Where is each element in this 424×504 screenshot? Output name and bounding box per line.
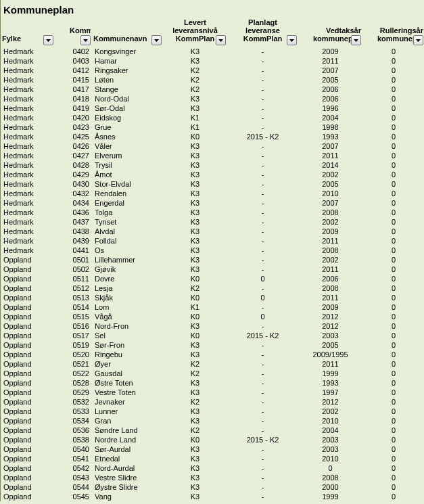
cell-vedtak: 2009/1995 — [298, 350, 362, 359]
cell-kommunenavn: Tolga — [92, 208, 163, 217]
cell-rull: 0 — [362, 293, 424, 302]
table-row: Oppland0544Øystre SlidreK3-20000 — [1, 482, 424, 492]
cell-vedtak: 2010 — [298, 189, 362, 198]
table-row: Oppland0540Sør-AurdalK3-20030 — [1, 444, 424, 454]
cell-rull: 0 — [362, 416, 424, 426]
cell-kommnr: 0522 — [55, 369, 92, 378]
cell-planlagt: - — [227, 47, 298, 56]
cell-fylke: Hedmark — [1, 75, 55, 85]
filter-button-planlagt[interactable] — [287, 35, 297, 45]
cell-vedtak: 2012 — [298, 397, 362, 407]
cell-kommunenavn: Våler — [92, 141, 163, 151]
cell-rull: 0 — [362, 340, 424, 350]
cell-kommunenavn: Rendalen — [92, 189, 163, 198]
cell-rull: 0 — [362, 350, 424, 359]
cell-fylke: Oppland — [1, 340, 55, 350]
cell-vedtak: 2012 — [298, 321, 362, 331]
cell-planlagt: - — [227, 426, 298, 435]
cell-planlagt: - — [227, 198, 298, 208]
cell-rull: 0 — [362, 189, 424, 198]
table-row: Hedmark0427ElverumK3-20110 — [1, 151, 424, 160]
cell-fylke: Hedmark — [1, 132, 55, 141]
cell-vedtak: 2005 — [298, 75, 362, 85]
cell-vedtak: 2003 — [298, 331, 362, 340]
cell-fylke: Hedmark — [1, 170, 55, 179]
cell-vedtak: 2006 — [298, 85, 362, 94]
cell-rull: 0 — [362, 265, 424, 274]
cell-kommnr: 0425 — [55, 132, 92, 141]
cell-kommunenavn: Gausdal — [92, 369, 163, 378]
col-fylke-label: Fylke — [2, 35, 21, 43]
table-row: Oppland0512LesjaK2-20080 — [1, 283, 424, 293]
cell-kommnr: 0403 — [55, 56, 92, 66]
cell-rull: 0 — [362, 378, 424, 388]
cell-planlagt: - — [227, 407, 298, 416]
cell-rull: 0 — [362, 255, 424, 265]
cell-fylke: Hedmark — [1, 47, 55, 56]
cell-rull: 0 — [362, 246, 424, 255]
cell-rull: 0 — [362, 122, 424, 132]
cell-kommnr: 0542 — [55, 463, 92, 473]
table-row: Hedmark0415LøtenK2-20050 — [1, 75, 424, 85]
cell-fylke: Oppland — [1, 482, 55, 492]
cell-fylke: Hedmark — [1, 160, 55, 170]
cell-levert: K3 — [163, 141, 227, 151]
cell-fylke: Hedmark — [1, 94, 55, 104]
filter-button-levert[interactable] — [216, 35, 226, 45]
cell-vedtak: 2010 — [298, 416, 362, 426]
svg-marker-3 — [218, 39, 223, 42]
table-row: Oppland0501LillehammerK3-20020 — [1, 255, 424, 265]
cell-planlagt: - — [227, 359, 298, 369]
table-row: Hedmark0429ÅmotK3-20020 — [1, 170, 424, 179]
cell-fylke: Hedmark — [1, 66, 55, 75]
table-row: Hedmark0417StangeK2-20060 — [1, 85, 424, 94]
filter-button-kommunenavn[interactable] — [151, 35, 162, 45]
cell-rull: 0 — [362, 94, 424, 104]
cell-fylke: Oppland — [1, 388, 55, 397]
cell-vedtak: 2008 — [298, 246, 362, 255]
table-row: Hedmark0441OsK3-20080 — [1, 246, 424, 255]
cell-planlagt: - — [227, 492, 298, 501]
cell-levert: K3 — [163, 321, 227, 331]
cell-levert: K0 — [163, 435, 227, 444]
table-row: Hedmark0402KongsvingerK3-20090 — [1, 47, 424, 56]
cell-kommnr: 0427 — [55, 151, 92, 160]
cell-planlagt: - — [227, 397, 298, 407]
cell-kommunenavn: Nord-Odal — [92, 94, 163, 104]
cell-vedtak: 2008 — [298, 208, 362, 217]
cell-levert: K3 — [163, 208, 227, 217]
table-row: Oppland0513SkjåkK0020110 — [1, 293, 424, 302]
cell-levert: K2 — [163, 369, 227, 378]
cell-kommnr: 0512 — [55, 283, 92, 293]
filter-button-rull[interactable] — [413, 35, 423, 45]
filter-button-kommnr[interactable] — [80, 35, 91, 45]
cell-levert: K1 — [163, 113, 227, 122]
cell-fylke: Oppland — [1, 454, 55, 463]
cell-planlagt: - — [227, 56, 298, 66]
filter-button-fylke[interactable] — [43, 35, 53, 45]
col-kommnr: Komm nr — [55, 17, 92, 47]
cell-kommnr: 0439 — [55, 236, 92, 246]
cell-kommunenavn: Lesja — [92, 283, 163, 293]
cell-planlagt: - — [227, 388, 298, 397]
cell-vedtak: 2011 — [298, 56, 362, 66]
cell-levert: K1 — [163, 122, 227, 132]
cell-kommnr: 0434 — [55, 198, 92, 208]
cell-vedtak: 1997 — [298, 388, 362, 397]
cell-rull: 0 — [362, 359, 424, 369]
cell-vedtak: 2005 — [298, 179, 362, 189]
cell-planlagt: - — [227, 94, 298, 104]
cell-kommnr: 0536 — [55, 426, 92, 435]
cell-kommnr: 0533 — [55, 407, 92, 416]
cell-kommnr: 0418 — [55, 94, 92, 104]
table-row: Hedmark0438AlvdalK3-20090 — [1, 227, 424, 236]
cell-fylke: Hedmark — [1, 217, 55, 227]
cell-kommnr: 0420 — [55, 113, 92, 122]
cell-planlagt: 0 — [227, 274, 298, 283]
cell-fylke: Hedmark — [1, 104, 55, 113]
table-row: Oppland0538Nordre LandK02015 - K220030 — [1, 435, 424, 444]
data-table: Fylke Komm nr Kommunenavn Levert leveran… — [1, 17, 424, 501]
cell-rull: 0 — [362, 321, 424, 331]
table-row: Oppland0536Søndre LandK2-20040 — [1, 426, 424, 435]
filter-button-vedtak[interactable] — [351, 35, 361, 45]
